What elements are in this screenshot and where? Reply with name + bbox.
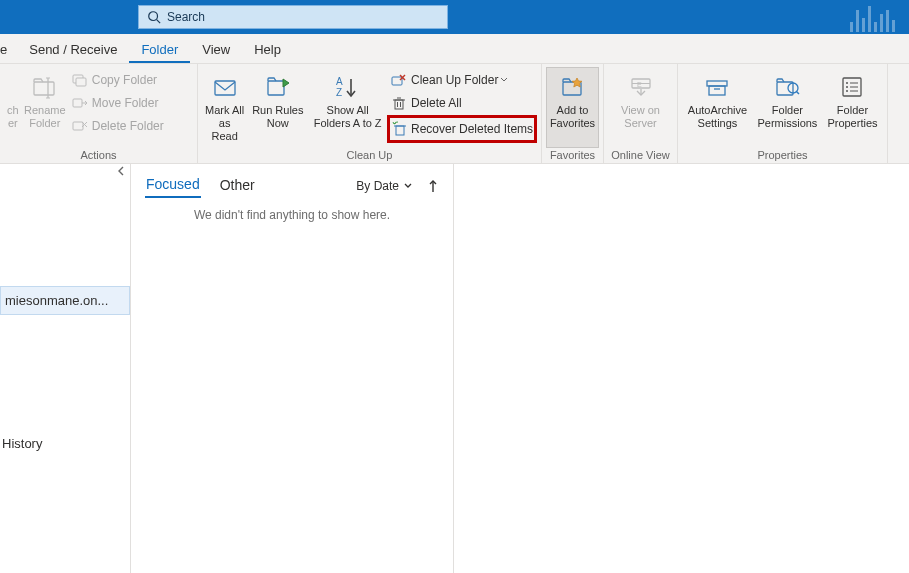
show-all-folders-button[interactable]: AZ Show All Folders A to Z (308, 67, 387, 148)
svg-rect-13 (268, 81, 284, 95)
tab-home-cut[interactable]: e (0, 37, 17, 63)
group-cleanup: Mark All as Read Run Rules Now AZ Show A… (198, 64, 542, 163)
svg-point-39 (846, 82, 848, 84)
reading-pane (454, 164, 909, 573)
label: Folder (29, 117, 60, 130)
search-box[interactable] (138, 5, 448, 29)
label: Settings (698, 117, 738, 130)
svg-rect-17 (392, 77, 402, 85)
group-label-onlineview: Online View (604, 148, 677, 163)
svg-point-43 (846, 90, 848, 92)
svg-rect-20 (395, 100, 403, 109)
autoarchive-settings-button[interactable]: AutoArchive Settings (682, 67, 753, 148)
server-icon: E (628, 72, 654, 102)
view-on-server-button: E View on Server (608, 67, 673, 148)
svg-text:E: E (637, 81, 642, 88)
sort-by-button[interactable]: By Date (356, 179, 413, 193)
svg-point-0 (149, 12, 158, 21)
svg-rect-8 (73, 99, 82, 107)
title-bar (0, 0, 909, 34)
run-rules-now-button[interactable]: Run Rules Now (247, 67, 308, 148)
search-icon (147, 10, 167, 24)
label: AutoArchive (688, 104, 747, 117)
label: Mark All (205, 104, 244, 117)
properties-list-icon (839, 72, 865, 102)
svg-text:A: A (336, 76, 343, 87)
chevron-down-icon (403, 181, 413, 191)
mark-all-read-icon (212, 72, 238, 102)
copy-folder-button: Copy Folder (68, 69, 193, 91)
group-label-properties: Properties (678, 148, 887, 163)
group-actions: ch er Rename Folder Copy Folder (0, 64, 198, 163)
label: Properties (827, 117, 877, 130)
sort-label: By Date (356, 179, 399, 193)
svg-rect-2 (34, 82, 54, 95)
label: Add to (557, 104, 589, 117)
label: Clean Up Folder (411, 73, 498, 87)
group-label-cleanup: Clean Up (198, 148, 541, 163)
label: Folder (837, 104, 868, 117)
label: Move Folder (92, 96, 159, 110)
label: Rename (24, 104, 66, 117)
tab-folder[interactable]: Folder (129, 37, 190, 63)
label: Delete Folder (92, 119, 164, 133)
trash-icon (390, 95, 408, 111)
broom-folder-icon (390, 72, 408, 88)
svg-rect-25 (396, 126, 404, 135)
group-label-favorites: Favorites (542, 148, 603, 163)
tab-send-receive[interactable]: Send / Receive (17, 37, 129, 63)
label: Now (267, 117, 289, 130)
tab-other[interactable]: Other (219, 175, 256, 197)
group-favorites: Add to Favorites Favorites (542, 64, 604, 163)
mark-all-read-button[interactable]: Mark All as Read (202, 67, 247, 148)
svg-rect-12 (215, 81, 235, 95)
nav-account[interactable]: miesonmane.on... (0, 286, 130, 315)
clean-up-folder-button[interactable]: Clean Up Folder (387, 69, 537, 91)
recover-deleted-items-button[interactable]: Recover Deleted Items (387, 115, 537, 143)
label: Server (624, 117, 656, 130)
list-header: Focused Other By Date (131, 164, 453, 202)
svg-rect-32 (707, 81, 727, 86)
delete-folder-icon (71, 118, 89, 134)
label: Folder (772, 104, 803, 117)
label: Delete All (411, 96, 462, 110)
label: Favorites (550, 117, 595, 130)
label: Recover Deleted Items (411, 122, 533, 136)
add-to-favorites-button[interactable]: Add to Favorites (546, 67, 599, 148)
move-folder-icon (71, 95, 89, 111)
title-decoration (850, 2, 895, 32)
label: View on (621, 104, 660, 117)
run-rules-icon (265, 72, 291, 102)
search-input[interactable] (167, 10, 439, 24)
svg-point-41 (846, 86, 848, 88)
folder-properties-button[interactable]: Folder Properties (822, 67, 883, 148)
tab-view[interactable]: View (190, 37, 242, 63)
folder-nav: miesonmane.on... History (0, 164, 131, 573)
delete-folder-button: Delete Folder (68, 115, 193, 137)
tab-focused[interactable]: Focused (145, 174, 201, 198)
svg-line-37 (797, 92, 800, 95)
favorites-star-icon (560, 72, 586, 102)
delete-all-button[interactable]: Delete All (387, 92, 537, 114)
collapse-nav-icon[interactable] (116, 166, 126, 176)
archive-icon (704, 72, 730, 102)
empty-message: We didn't find anything to show here. (131, 202, 453, 228)
ribbon-tabs: e Send / Receive Folder View Help (0, 34, 909, 64)
svg-rect-7 (76, 78, 86, 86)
permissions-icon (774, 72, 800, 102)
label: Copy Folder (92, 73, 157, 87)
copy-folder-icon (71, 72, 89, 88)
label: er (8, 117, 18, 130)
sort-direction-button[interactable] (427, 179, 439, 193)
svg-rect-33 (709, 86, 725, 95)
label: as Read (205, 117, 244, 143)
label: Show All (327, 104, 369, 117)
ribbon: ch er Rename Folder Copy Folder (0, 64, 909, 164)
rename-folder-icon (32, 72, 58, 102)
group-label-actions: Actions (0, 148, 197, 163)
tab-help[interactable]: Help (242, 37, 293, 63)
move-folder-button: Move Folder (68, 92, 193, 114)
folder-permissions-button[interactable]: Folder Permissions (753, 67, 822, 148)
label: Folders A to Z (314, 117, 382, 130)
nav-history[interactable]: History (0, 433, 130, 454)
